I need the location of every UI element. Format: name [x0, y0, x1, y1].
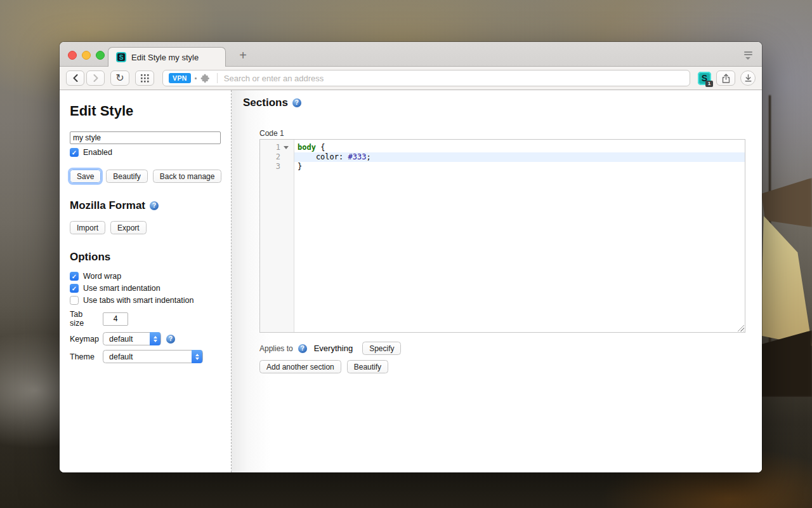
- section-actions: Add another section Beautify: [259, 360, 762, 373]
- applies-to-value: Everything: [314, 344, 353, 353]
- minimize-window-button[interactable]: [82, 51, 91, 60]
- tab-bar: S Edit Style my style +: [60, 42, 762, 67]
- back-to-manage-button[interactable]: Back to manage: [153, 170, 222, 183]
- share-button[interactable]: [716, 70, 735, 86]
- grid-icon: [141, 74, 149, 83]
- tabs-smart-indent-checkbox[interactable]: [70, 296, 79, 305]
- word-wrap-checkbox[interactable]: [70, 272, 79, 281]
- specify-button[interactable]: Specify: [362, 342, 401, 355]
- fold-toggle-icon[interactable]: [280, 143, 292, 152]
- mozilla-format-title: Mozilla Format: [70, 199, 145, 212]
- tab-list-icon[interactable]: [742, 50, 754, 61]
- code-line: color: #333;: [294, 152, 745, 162]
- painting-ship-hull: [759, 330, 812, 397]
- painting-ship-sail: [761, 216, 812, 346]
- window-controls: [68, 51, 105, 60]
- address-bar[interactable]: VPN Search or enter an address: [162, 70, 690, 86]
- downloads-button[interactable]: [740, 70, 756, 86]
- editor-gutter: 1 2 3: [260, 140, 294, 332]
- vpn-badge[interactable]: VPN: [169, 73, 191, 83]
- add-section-button[interactable]: Add another section: [259, 360, 341, 373]
- edit-style-sidebar: Edit Style Enabled Save Beautify Back to…: [60, 90, 231, 472]
- enabled-checkbox[interactable]: [70, 148, 79, 157]
- options-heading: Options: [70, 251, 231, 264]
- zoom-window-button[interactable]: [96, 51, 105, 60]
- help-icon[interactable]: ?: [150, 201, 159, 210]
- beautify-button[interactable]: Beautify: [106, 170, 147, 183]
- tab-size-row: Tab size: [70, 310, 231, 328]
- applies-to-row: Applies to ? Everything Specify: [259, 342, 762, 355]
- section-beautify-button[interactable]: Beautify: [347, 360, 388, 373]
- options-title: Options: [70, 251, 110, 264]
- theme-value: default: [109, 352, 133, 361]
- back-button[interactable]: [66, 70, 84, 86]
- smart-indent-label: Use smart indentation: [83, 284, 160, 293]
- chevron-down-icon: [745, 57, 750, 60]
- option-row: Use tabs with smart indentation: [70, 296, 231, 305]
- page-content: Edit Style Enabled Save Beautify Back to…: [60, 90, 762, 472]
- tab-size-label: Tab size: [70, 310, 98, 328]
- puzzle-piece-icon[interactable]: [200, 73, 211, 83]
- reload-icon: ↻: [115, 72, 124, 84]
- plus-icon: +: [239, 48, 247, 63]
- style-section: Code 1 1 2 3: [259, 129, 762, 373]
- style-actions: Save Beautify Back to manage: [70, 170, 231, 183]
- line-number: 2: [260, 152, 280, 162]
- toolbar-right: S 1: [698, 70, 756, 86]
- option-row: Word wrap: [70, 272, 231, 281]
- browser-tab[interactable]: S Edit Style my style: [108, 47, 226, 67]
- dot-separator: [195, 77, 197, 79]
- browser-toolbar: ↻ VPN Search or enter an address S 1: [60, 67, 762, 90]
- code-line: body {: [294, 143, 745, 152]
- tab-size-input[interactable]: [103, 312, 128, 326]
- mozilla-format-actions: Import Export: [70, 221, 231, 234]
- help-icon[interactable]: ?: [166, 335, 175, 344]
- code-label: Code 1: [259, 129, 762, 138]
- style-name-input[interactable]: [70, 131, 221, 144]
- save-button[interactable]: Save: [70, 170, 101, 183]
- select-stepper-icon: [150, 332, 160, 345]
- help-icon[interactable]: ?: [298, 344, 307, 353]
- tabs-smart-indent-label: Use tabs with smart indentation: [83, 296, 193, 305]
- keymap-value: default: [109, 335, 133, 344]
- forward-button[interactable]: [86, 70, 105, 86]
- css-code-editor[interactable]: 1 2 3 body {: [259, 139, 745, 333]
- export-button[interactable]: Export: [110, 221, 147, 234]
- help-icon[interactable]: ?: [292, 98, 301, 107]
- tab-list-bar: [744, 51, 752, 53]
- import-button[interactable]: Import: [70, 221, 105, 234]
- stylish-badge-count: 1: [705, 81, 713, 87]
- sections-title: Sections: [243, 97, 288, 109]
- keymap-select[interactable]: default: [103, 332, 161, 345]
- tab-list-bar: [744, 54, 752, 55]
- stylish-extension-icon[interactable]: S 1: [698, 72, 711, 85]
- share-icon: [722, 74, 730, 83]
- url-separator: [217, 73, 218, 83]
- theme-row: Theme default: [70, 350, 231, 363]
- word-wrap-label: Word wrap: [83, 272, 121, 281]
- select-stepper-icon: [192, 350, 202, 363]
- code-area[interactable]: body { color: #333; }: [294, 140, 745, 332]
- applies-to-label: Applies to: [259, 344, 293, 353]
- enabled-row: Enabled: [70, 148, 231, 157]
- new-tab-button[interactable]: +: [236, 48, 250, 62]
- nav-buttons: [66, 70, 105, 86]
- mozilla-format-heading: Mozilla Format ?: [70, 199, 231, 212]
- reload-button[interactable]: ↻: [110, 70, 129, 86]
- code-line: }: [294, 162, 745, 171]
- chevron-right-icon: [93, 74, 99, 82]
- close-window-button[interactable]: [68, 51, 77, 60]
- tab-title: Edit Style my style: [131, 53, 199, 62]
- keymap-row: Keymap default ?: [70, 332, 231, 345]
- smart-indent-checkbox[interactable]: [70, 284, 79, 293]
- sections-panel: Sections ? Code 1 1 2: [231, 90, 762, 472]
- address-placeholder: Search or enter an address: [224, 74, 324, 83]
- enabled-label: Enabled: [83, 148, 112, 157]
- top-sites-grid-button[interactable]: [135, 70, 154, 86]
- theme-select[interactable]: default: [103, 350, 203, 363]
- browser-window: S Edit Style my style + ↻: [60, 42, 762, 472]
- keymap-label: Keymap: [70, 335, 98, 344]
- page-title: Edit Style: [70, 103, 231, 119]
- line-number: 3: [260, 162, 280, 171]
- option-row: Use smart indentation: [70, 284, 231, 293]
